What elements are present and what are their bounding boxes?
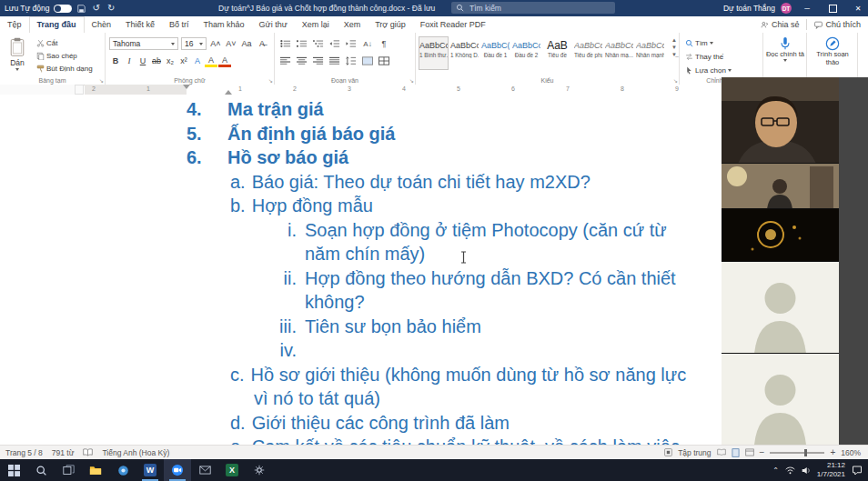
paste-button[interactable]: Dán xyxy=(4,37,31,74)
align-left-button[interactable] xyxy=(278,55,293,67)
styles-scroll-down[interactable]: ▼ xyxy=(671,45,677,50)
clear-formatting-button[interactable]: A̶ xyxy=(256,37,268,50)
sort-button[interactable]: A↓ xyxy=(360,37,375,50)
numbering-button[interactable] xyxy=(295,37,309,50)
borders-button[interactable] xyxy=(377,55,391,67)
replace-button[interactable]: Thay thế xyxy=(685,51,732,63)
redo-icon[interactable]: ↻ xyxy=(106,0,116,16)
mail-app-button[interactable] xyxy=(191,459,218,481)
taskbar-search-button[interactable] xyxy=(27,459,55,481)
multilevel-list-button[interactable] xyxy=(311,37,326,50)
dictate-button[interactable]: Đọc chính tả xyxy=(765,36,805,62)
zoom-slider[interactable] xyxy=(770,452,824,454)
video-tile-participant-2[interactable] xyxy=(722,164,839,209)
search-input[interactable] xyxy=(468,3,599,14)
tab-design[interactable]: Thiết kế xyxy=(118,17,162,33)
first-line-indent-marker[interactable] xyxy=(183,85,190,89)
justify-button[interactable] xyxy=(328,55,342,67)
style-normal[interactable]: AaBbCcDc 1 Bình thư... xyxy=(419,36,449,70)
style-heading1[interactable]: AaBbC( Đầu đề 1 xyxy=(480,36,510,70)
text-effects-button[interactable]: A xyxy=(191,55,204,67)
tab-review[interactable]: Xem lại xyxy=(295,17,337,33)
zoom-out-button[interactable]: − xyxy=(760,447,765,457)
style-title[interactable]: AaB Tiêu đề xyxy=(542,36,572,70)
tab-view[interactable]: Xem xyxy=(337,17,368,33)
shading-button[interactable] xyxy=(360,55,375,67)
speaker-icon[interactable] xyxy=(802,466,811,475)
start-button[interactable] xyxy=(0,459,27,481)
show-marks-button[interactable]: ¶ xyxy=(377,37,391,50)
video-tile-participant-1[interactable] xyxy=(722,77,839,164)
share-button[interactable]: Chia sẻ xyxy=(761,20,800,29)
highlight-color-button[interactable]: A xyxy=(205,55,217,67)
maximize-button[interactable] xyxy=(823,0,843,16)
subscript-button[interactable]: x₂ xyxy=(164,55,177,67)
bullets-button[interactable] xyxy=(278,37,293,50)
align-center-button[interactable] xyxy=(295,55,309,67)
save-icon[interactable] xyxy=(76,5,87,13)
font-dialog-launcher[interactable]: ↘ xyxy=(268,77,273,84)
align-right-button[interactable] xyxy=(311,55,326,67)
change-case-button[interactable]: Aa xyxy=(240,37,253,50)
document-content[interactable]: 4.Ma trận giá 5.Ấn định giá báo giá 6.Hồ… xyxy=(187,97,705,445)
user-name[interactable]: Dự toán Thắng xyxy=(723,4,775,13)
tab-file[interactable]: Tệp xyxy=(0,17,29,33)
file-explorer-button[interactable] xyxy=(82,459,109,481)
style-subtle-emphasis[interactable]: AaBbCcDt Nhân mạ... xyxy=(604,36,634,70)
decrease-indent-button[interactable] xyxy=(328,37,342,50)
zoom-app-button[interactable] xyxy=(164,459,191,481)
select-button[interactable]: Lựa chọn xyxy=(685,65,732,76)
settings-button[interactable] xyxy=(246,459,273,481)
close-button[interactable]: ✕ xyxy=(848,0,868,16)
style-emphasis[interactable]: AaBbCcDt Nhân mạnh xyxy=(635,36,665,70)
tab-mailings[interactable]: Gửi thư xyxy=(252,17,295,33)
cut-button[interactable]: Cắt xyxy=(36,37,93,49)
style-heading2[interactable]: AaBbCcE Đầu đề 2 xyxy=(511,36,541,70)
wifi-icon[interactable] xyxy=(785,466,795,475)
browser-button[interactable] xyxy=(109,459,136,481)
format-painter-button[interactable]: Bút Định dạng xyxy=(36,63,93,75)
read-mode-icon[interactable] xyxy=(717,448,726,456)
tab-stop-selector[interactable] xyxy=(75,85,84,95)
font-size-combo[interactable]: 16 xyxy=(181,37,207,50)
focus-mode-button[interactable]: Tập trung xyxy=(678,448,711,457)
minimize-button[interactable]: ─ xyxy=(797,0,817,16)
tray-expand-icon[interactable]: ⌃ xyxy=(772,466,779,475)
find-button[interactable]: Tìm xyxy=(685,37,732,49)
word-app-button[interactable]: W xyxy=(136,459,164,481)
strikethrough-button[interactable]: ab xyxy=(150,55,163,67)
print-layout-icon[interactable] xyxy=(732,448,740,457)
tab-foxit[interactable]: Foxit Reader PDF xyxy=(413,17,493,33)
line-spacing-button[interactable] xyxy=(344,55,358,67)
copy-button[interactable]: Sao chép xyxy=(36,50,93,62)
document-title[interactable]: Dự toán^J Báo giá và Chốt hợp đồng thành… xyxy=(218,0,435,16)
tab-insert[interactable]: Chèn xyxy=(85,17,119,33)
taskbar-clock[interactable]: 21:12 1/7/2021 xyxy=(817,461,845,478)
video-tile-participant-4[interactable] xyxy=(722,262,839,354)
superscript-button[interactable]: x² xyxy=(177,55,190,67)
undo-icon[interactable]: ↺ xyxy=(91,0,102,16)
avatar[interactable]: DT xyxy=(781,3,792,14)
styles-dialog-launcher[interactable]: ↘ xyxy=(673,77,678,84)
video-tile-participant-5[interactable] xyxy=(722,354,839,445)
page-indicator[interactable]: Trang 5 / 8 xyxy=(5,448,43,457)
word-count[interactable]: 791 từ xyxy=(52,448,75,457)
paragraph-dialog-launcher[interactable]: ↘ xyxy=(409,77,414,84)
task-view-button[interactable] xyxy=(55,459,82,481)
font-name-combo[interactable]: Tahoma xyxy=(109,37,178,50)
bold-button[interactable]: B xyxy=(109,55,122,67)
proofing-icon[interactable] xyxy=(83,448,93,456)
comments-button[interactable]: Chú thích xyxy=(814,20,861,29)
autosave-toggle[interactable] xyxy=(54,5,72,13)
video-tile-participant-3[interactable] xyxy=(722,209,839,262)
tab-home[interactable]: Trang đầu xyxy=(29,16,85,34)
zoom-in-button[interactable]: + xyxy=(830,447,835,457)
underline-button[interactable]: U xyxy=(136,55,149,67)
grow-font-button[interactable]: A˄ xyxy=(209,37,222,50)
language-indicator[interactable]: Tiếng Anh (Hoa Kỳ) xyxy=(102,448,169,457)
italic-button[interactable]: I xyxy=(123,55,136,67)
styles-scroll-up[interactable]: ▲ xyxy=(671,37,677,43)
shrink-font-button[interactable]: A˅ xyxy=(225,37,237,50)
increase-indent-button[interactable] xyxy=(344,37,358,50)
tab-layout[interactable]: Bố trí xyxy=(162,17,197,33)
